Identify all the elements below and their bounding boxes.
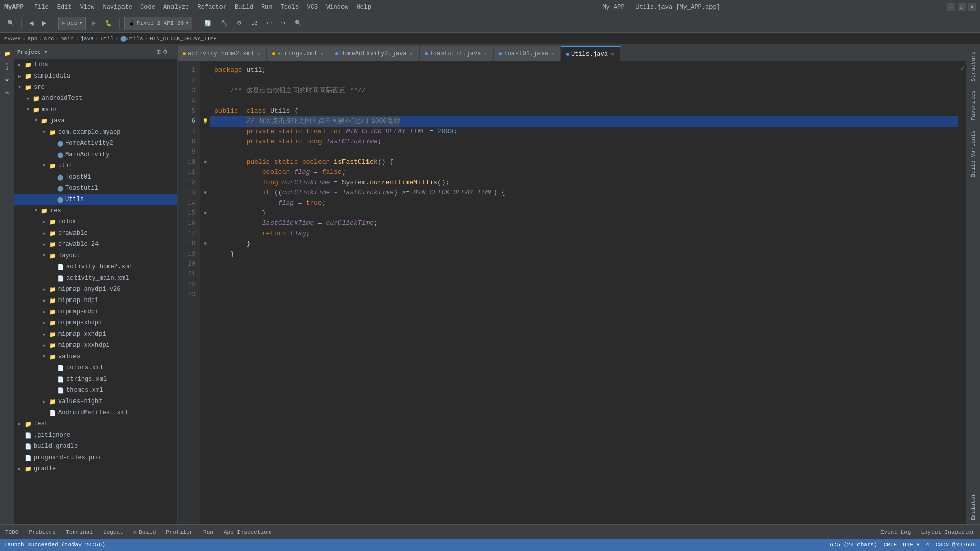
breadcrumb-app[interactable]: app [28,36,38,42]
breadcrumb-utils[interactable]: Utils [127,36,143,42]
tab-close-homeactivity2[interactable]: ✕ [409,50,414,57]
menu-refactor[interactable]: Refactor [193,0,231,14]
menu-help[interactable]: Help [352,0,375,14]
tree-item-libs[interactable]: ▶ 📁 libs [14,59,177,70]
run-button[interactable]: ▶ [89,16,99,31]
code-editor[interactable]: 1 2 3 4 5 6 7 8 9 10 11 12 13 14 15 16 1… [178,61,966,524]
toolbar-build-btn[interactable]: 🔨 [217,16,231,31]
tree-item-strings[interactable]: 📄 strings.xml [14,373,177,385]
tree-item-mipmap-xxxhdpi[interactable]: ▶ 📁 mipmap-xxxhdpi [14,340,177,351]
menu-vcs[interactable]: VCS [303,0,323,14]
menu-file[interactable]: File [30,0,53,14]
tree-item-gitignore[interactable]: 📄 .gitignore [14,430,177,441]
tree-item-values[interactable]: ▼ 📁 values [14,351,177,362]
breadcrumb-util[interactable]: util [101,36,114,42]
status-charset[interactable]: UTF-8 [903,542,920,548]
tree-item-toast01[interactable]: ⬤ Toast01 [14,171,177,183]
maximize-button[interactable]: □ [958,3,966,11]
device-selector[interactable]: 📱 Pixel 2 API 26 ▼ [124,17,192,30]
tab-build[interactable]: ▶ Build [129,525,161,539]
toolbar-sync-btn[interactable]: 🔄 [201,16,214,31]
menu-build[interactable]: Build [231,0,257,14]
tree-item-mipmap-anydpi[interactable]: ▶ 📁 mipmap-anydpi-v26 [14,284,177,295]
breadcrumb-java[interactable]: java [80,36,93,42]
tab-activity-home2[interactable]: activity_home2.xml ✕ [178,46,267,61]
breadcrumb-src[interactable]: src [44,36,54,42]
tree-item-manifest[interactable]: 📄 AndroidManifest.xml [14,407,177,418]
fold-icon-15[interactable]: ▼ [204,211,207,216]
tree-item-test[interactable]: ▶ 📁 test [14,418,177,430]
tab-toast01[interactable]: Toast01.java ✕ [494,46,560,61]
tab-close-strings[interactable]: ✕ [320,50,325,57]
tab-appinspection[interactable]: App Inspection [218,525,276,539]
breadcrumb-method[interactable]: MIN_CLICK_DELAY_TIME [150,36,217,42]
minimize-button[interactable]: ─ [947,3,955,11]
tree-item-main[interactable]: ▼ 📁 main [14,104,177,115]
toolbar-settings-btn[interactable]: ⚙ [234,16,245,31]
menu-code[interactable]: Code [136,0,159,14]
status-crlf[interactable]: CRLF [884,542,897,548]
tab-problems[interactable]: Problems [23,525,61,539]
event-log-btn[interactable]: Event Log [875,525,916,539]
menu-window[interactable]: Window [322,0,352,14]
tree-item-androidtest[interactable]: ▶ 📁 androidTest [14,93,177,104]
tab-close-toastutil[interactable]: ✕ [483,50,488,57]
tree-item-buildgradle[interactable]: 📄 build.gradle [14,441,177,452]
toolbar-git-btn[interactable]: ⎇ [248,16,261,31]
menu-view[interactable]: View [76,0,99,14]
tree-item-toastutil[interactable]: ⬤ Toastutil [14,183,177,194]
menu-analyze[interactable]: Analyze [159,0,193,14]
favorites-icon[interactable]: ★ [1,73,13,86]
tree-item-homeactivity2[interactable]: ⬤ HomeActivity2 [14,138,177,149]
tree-item-proguard[interactable]: 📄 proguard-rules.pro [14,452,177,463]
tree-item-mipmap-mdpi[interactable]: ▶ 📁 mipmap-mdpi [14,306,177,317]
tab-close-activity-home2[interactable]: ✕ [256,50,261,57]
toolbar-undo-btn[interactable]: ↩ [264,16,275,31]
tree-item-mipmap-xxhdpi[interactable]: ▶ 📁 mipmap-xxhdpi [14,329,177,340]
fold-icon-13[interactable]: ▼ [204,190,207,196]
tree-item-src[interactable]: ▼ 📁 src [14,82,177,93]
tree-item-util[interactable]: ▼ 📁 util [14,160,177,171]
tab-close-toast01[interactable]: ✕ [550,50,555,57]
tab-profiler[interactable]: Profiler [161,525,198,539]
tab-terminal[interactable]: Terminal [61,525,98,539]
tree-item-activity-home2[interactable]: 📄 activity_home2.xml [14,261,177,272]
tree-item-drawable24[interactable]: ▶ 📁 drawable-24 [14,239,177,250]
tree-item-java[interactable]: ▼ 📁 java [14,115,177,127]
favorites-panel-btn[interactable]: Favorites [968,86,978,124]
debug-button[interactable]: 🐛 [102,16,115,31]
tab-logcat[interactable]: Logcat [98,525,129,539]
tree-item-mipmap-hdpi[interactable]: ▶ 📁 mipmap-hdpi [14,295,177,306]
layout-inspector-btn[interactable]: Layout Inspector [916,525,980,539]
breadcrumb-myapp[interactable]: MyAPP [4,36,21,42]
tree-item-activity-main[interactable]: 📄 activity_main.xml [14,272,177,284]
tree-item-com[interactable]: ▼ 📁 com.example.myapp [14,127,177,138]
tree-item-utils[interactable]: ⬤ Utils [14,194,177,205]
tree-item-drawable[interactable]: ▶ 📁 drawable [14,228,177,239]
tab-close-utils[interactable]: ✕ [610,51,615,58]
tab-homeactivity2[interactable]: HomeActivity2.java ✕ [330,46,420,61]
close-button[interactable]: ✕ [968,3,976,11]
emulator-panel-btn[interactable]: Emulator [968,489,978,524]
panel-gear-btn[interactable]: ⚙ [162,47,169,56]
tree-item-gradle[interactable]: ▶ 📁 gradle [14,463,177,474]
tree-item-themes[interactable]: 📄 themes.xml [14,385,177,396]
toolbar-search-btn[interactable]: 🔍 [4,16,17,31]
tree-item-colors[interactable]: 📄 colors.xml [14,362,177,373]
tree-item-values-night[interactable]: ▶ 📁 values-night [14,396,177,407]
tab-strings[interactable]: strings.xml ✕ [267,46,330,61]
menu-edit[interactable]: Edit [53,0,76,14]
panel-minimize-btn[interactable]: _ [169,48,174,56]
run-config-selector[interactable]: ▶ app ▼ [58,17,86,30]
tree-item-mipmap-xhdpi[interactable]: ▶ 📁 mipmap-xhdpi [14,317,177,329]
project-icon[interactable]: 📁 [1,47,13,59]
structure-panel-btn[interactable]: Structure [968,47,978,85]
menu-navigate[interactable]: Navigate [99,0,136,14]
tab-toastutil[interactable]: Toastutil.java ✕ [420,46,494,61]
panel-scope-btn[interactable]: ⊞ [155,47,162,56]
build-variants-icon[interactable]: BV [1,87,13,99]
menu-run[interactable]: Run [257,0,277,14]
tab-utils[interactable]: Utils.java ✕ [561,46,621,61]
tree-item-res[interactable]: ▼ 📁 res [14,205,177,216]
tab-run[interactable]: Run [198,525,218,539]
